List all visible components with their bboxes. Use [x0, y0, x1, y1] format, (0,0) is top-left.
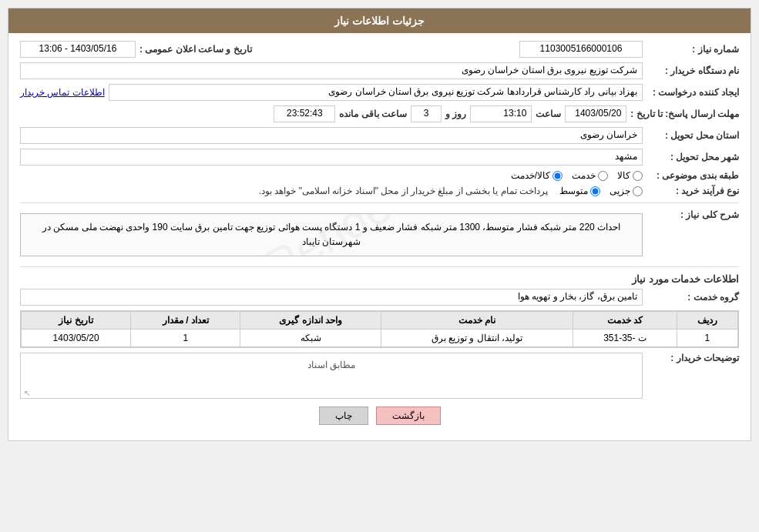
- category-radio-kala-label: کالا: [617, 170, 630, 181]
- public-announce-value: 1403/05/16 - 13:06: [20, 41, 136, 58]
- response-deadline-label: مهلت ارسال پاسخ: تا تاریخ :: [630, 109, 739, 119]
- buyer-name-label: نام دستگاه خریدار :: [646, 65, 739, 76]
- col-header-service-code: کد خدمت: [573, 312, 677, 330]
- purchase-note: پرداخت تمام یا بخشی از مبلغ خریدار از مح…: [259, 186, 548, 196]
- response-time-label: ساعت: [536, 109, 561, 119]
- table-cell-5: 1403/05/20: [22, 330, 131, 347]
- services-section-title: اطلاعات خدمات مورد نیاز: [20, 273, 739, 285]
- category-label: طبقه بندی موضوعی :: [646, 170, 739, 181]
- category-radio-kala-input[interactable]: [633, 171, 643, 181]
- province-label: استان محل تحویل :: [646, 130, 739, 141]
- category-radio-both-input[interactable]: [552, 171, 563, 181]
- need-number-value: 1103005166000106: [519, 41, 643, 58]
- category-radio-khedmat-label: خدمت: [572, 170, 596, 181]
- purchase-radio-jozei-input[interactable]: [633, 186, 643, 196]
- description-label: شرح کلی نیاز :: [646, 209, 739, 220]
- province-value: خراسان رضوی: [20, 127, 643, 144]
- service-group-label: گروه خدمت :: [646, 292, 739, 303]
- city-label: شهر محل تحویل :: [646, 152, 739, 162]
- col-header-service-name: نام خدمت: [381, 312, 573, 330]
- buttons-row: بازگشت چاپ: [20, 407, 739, 433]
- services-table: ردیف کد خدمت نام خدمت واحد اندازه گیری ت…: [20, 310, 739, 348]
- purchase-radio-motavasset[interactable]: متوسط: [559, 186, 600, 196]
- table-cell-3: شبکه: [240, 330, 381, 347]
- contact-info-link[interactable]: اطلاعات تماس خریدار: [20, 87, 105, 98]
- table-row: 1ت -35-351تولید، انتقال و توزیع برقشبکه1…: [22, 330, 738, 347]
- public-announce-label: تاریخ و ساعت اعلان عمومی :: [139, 44, 252, 55]
- buyer-name-value: شرکت توزیع نیروی برق استان خراسان رضوی: [20, 62, 643, 79]
- purchase-radio-motavasset-label: متوسط: [559, 186, 588, 196]
- table-cell-0: 1: [677, 330, 737, 347]
- creator-label: ایجاد کننده درخواست :: [646, 87, 739, 98]
- table-cell-4: 1: [131, 330, 240, 347]
- resize-handle[interactable]: ↖: [22, 389, 30, 396]
- back-button[interactable]: بازگشت: [376, 407, 441, 425]
- description-text: احداث 220 متر شبکه فشار متوسط، 1300 متر …: [42, 222, 620, 247]
- category-radio-khedmat-input[interactable]: [598, 171, 608, 181]
- purchase-type-label: نوع فرآیند خرید :: [646, 186, 739, 196]
- response-date-value: 1403/05/20: [565, 105, 626, 122]
- divider2: [20, 266, 739, 267]
- table-cell-2: تولید، انتقال و توزیع برق: [381, 330, 573, 347]
- response-time-value: 13:10: [470, 105, 532, 122]
- need-number-label: شماره نیاز :: [646, 44, 739, 55]
- description-box: احداث 220 متر شبکه فشار متوسط، 1300 متر …: [20, 213, 643, 256]
- city-value: مشهد: [20, 149, 643, 166]
- buyer-notes-box: مطابق اسناد ↖: [20, 353, 643, 399]
- response-remaining-label: ساعت باقی مانده: [339, 109, 407, 119]
- purchase-radio-jozei[interactable]: جزیی: [610, 186, 643, 196]
- col-header-row-num: ردیف: [677, 312, 737, 330]
- response-days-value: 3: [411, 105, 442, 122]
- watermark: AnaRender.net: [180, 213, 484, 256]
- buyer-notes-value: مطابق اسناد: [24, 356, 639, 370]
- col-header-unit: واحد اندازه گیری: [240, 312, 381, 330]
- purchase-radio-motavasset-input[interactable]: [590, 186, 600, 196]
- service-group-value: تامین برق، گاز، بخار و تهویه هوا: [20, 289, 643, 306]
- creator-value: بهزاد بیانی راد کارشناس قراردادها شرکت ت…: [109, 84, 643, 101]
- category-radio-khedmat[interactable]: خدمت: [572, 170, 608, 181]
- page-title: جزئیات اطلاعات نیاز: [8, 8, 751, 33]
- response-remaining-value: 23:52:43: [274, 105, 335, 122]
- divider1: [20, 202, 739, 203]
- print-button[interactable]: چاپ: [319, 407, 368, 425]
- category-radio-both-label: کالا/خدمت: [511, 170, 550, 181]
- table-cell-1: ت -35-351: [573, 330, 677, 347]
- purchase-radio-jozei-label: جزیی: [610, 186, 630, 196]
- response-days-label: روز و: [445, 109, 466, 119]
- category-radio-kala[interactable]: کالا: [617, 170, 643, 181]
- col-header-quantity: تعداد / مقدار: [131, 312, 240, 330]
- col-header-date: تاریخ نیاز: [22, 312, 131, 330]
- buyer-notes-label: توضیحات خریدار :: [646, 353, 739, 363]
- category-radio-both[interactable]: کالا/خدمت: [511, 170, 563, 181]
